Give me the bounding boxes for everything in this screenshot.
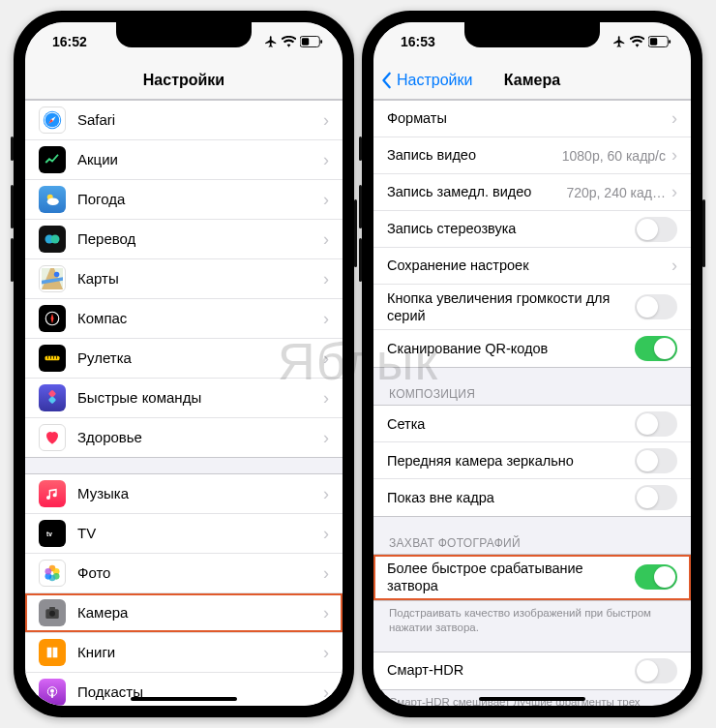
compass-icon xyxy=(39,305,66,332)
camera-row[interactable]: Запись стереозвука xyxy=(373,211,691,248)
row-label: Запись замедл. видео xyxy=(387,183,566,200)
camera-row[interactable]: Форматы› xyxy=(373,101,691,137)
row-label: Быстрые команды xyxy=(77,389,323,408)
page-title: Настройки xyxy=(143,72,224,89)
settings-row-music[interactable]: Музыка› xyxy=(25,474,343,514)
chevron-right-icon: › xyxy=(323,603,329,623)
camera-row[interactable]: Запись замедл. видео720p, 240 кад…› xyxy=(373,174,691,211)
chevron-right-icon: › xyxy=(671,182,677,202)
svg-rect-32 xyxy=(49,607,55,610)
svg-rect-16 xyxy=(45,356,60,361)
row-label: Сканирование QR-кодов xyxy=(387,340,635,357)
chevron-right-icon: › xyxy=(323,309,329,329)
settings-row-books[interactable]: Книги› xyxy=(25,633,343,673)
row-label: Запись видео xyxy=(387,146,562,164)
camera-row[interactable]: Смарт-HDR xyxy=(373,652,691,689)
row-label: Сетка xyxy=(387,415,635,433)
volume-down xyxy=(11,238,14,282)
settings-row-safari[interactable]: Safari› xyxy=(25,101,343,140)
chevron-right-icon: › xyxy=(323,484,329,504)
row-label: Карты xyxy=(77,270,323,288)
row-label: Форматы xyxy=(387,109,671,127)
camera-settings-list[interactable]: Форматы›Запись видео1080p, 60 кадр/с›Зап… xyxy=(373,100,691,706)
chevron-right-icon: › xyxy=(323,388,329,409)
toggle-switch[interactable] xyxy=(635,294,677,319)
row-label: Передняя камера зеркально xyxy=(387,452,635,470)
camera-row[interactable]: Более быстрое срабатывание затвора xyxy=(373,555,691,599)
settings-row-compass[interactable]: Компас› xyxy=(25,299,343,339)
settings-row-photos[interactable]: Фото› xyxy=(25,554,343,593)
airplane-icon xyxy=(612,35,626,48)
podcasts-icon xyxy=(39,679,66,706)
settings-list[interactable]: Safari›Акции›Погода›Перевод›Карты›Компас… xyxy=(25,100,343,706)
row-label: Рулетка xyxy=(77,349,323,368)
row-label: Запись стереозвука xyxy=(387,220,635,237)
toggle-switch[interactable] xyxy=(635,217,677,242)
camera-row[interactable]: Сканирование QR-кодов xyxy=(373,330,691,367)
volume-up xyxy=(11,185,14,228)
page-title: Камера xyxy=(504,72,560,89)
row-label: Сохранение настроек xyxy=(387,257,671,274)
maps-icon xyxy=(39,265,66,292)
settings-row-camera[interactable]: Камера› xyxy=(25,593,343,633)
row-label: Музыка xyxy=(77,485,323,503)
svg-point-31 xyxy=(49,611,55,617)
settings-row-tv[interactable]: tvTV› xyxy=(25,514,343,554)
row-label: Перевод xyxy=(77,230,323,249)
settings-row-measure[interactable]: Рулетка› xyxy=(25,339,343,379)
safari-icon xyxy=(39,106,66,134)
chevron-right-icon: › xyxy=(323,110,329,131)
chevron-right-icon: › xyxy=(323,682,329,703)
volume-up xyxy=(359,185,362,228)
row-label: TV xyxy=(77,525,323,543)
settings-row-health[interactable]: Здоровье› xyxy=(25,418,343,457)
chevron-right-icon: › xyxy=(323,190,329,210)
photos-icon xyxy=(39,560,66,587)
row-label: Погода xyxy=(77,191,323,209)
toggle-switch[interactable] xyxy=(635,658,677,683)
settings-row-weather[interactable]: Погода› xyxy=(25,180,343,220)
chevron-right-icon: › xyxy=(323,269,329,289)
toggle-switch[interactable] xyxy=(635,564,677,590)
wifi-icon xyxy=(282,36,296,47)
back-label: Настройки xyxy=(397,72,472,89)
row-label: Safari xyxy=(77,111,323,130)
nav-bar: Настройки xyxy=(25,61,343,100)
camera-row[interactable]: Показ вне кадра xyxy=(373,479,691,516)
section-header: ЗАХВАТ ФОТОГРАФИЙ xyxy=(373,532,691,554)
camera-row[interactable]: Передняя камера зеркально xyxy=(373,442,691,479)
settings-row-shortcuts[interactable]: Быстрые команды› xyxy=(25,379,343,418)
chevron-right-icon: › xyxy=(323,349,329,369)
camera-row[interactable]: Кнопка увеличения громкости для серий xyxy=(373,285,691,330)
svg-marker-15 xyxy=(51,314,54,324)
home-indicator[interactable] xyxy=(131,697,237,701)
mute-switch xyxy=(359,136,362,161)
home-indicator[interactable] xyxy=(479,697,585,701)
settings-row-maps[interactable]: Карты› xyxy=(25,259,343,299)
translate-icon xyxy=(39,226,66,253)
back-button[interactable]: Настройки xyxy=(381,72,472,89)
measure-icon xyxy=(39,345,66,372)
row-label: Компас xyxy=(77,310,323,328)
settings-row-translate[interactable]: Перевод› xyxy=(25,220,343,259)
svg-point-11 xyxy=(51,235,60,244)
camera-row[interactable]: Запись видео1080p, 60 кадр/с› xyxy=(373,137,691,174)
row-label: Здоровье xyxy=(77,429,323,447)
toggle-switch[interactable] xyxy=(635,448,677,473)
tv-icon: tv xyxy=(39,520,66,547)
camera-row[interactable]: Сохранение настроек› xyxy=(373,248,691,285)
chevron-right-icon: › xyxy=(671,145,677,166)
svg-point-13 xyxy=(54,272,60,278)
section-header: КОМПОЗИЦИЯ xyxy=(373,383,691,405)
mute-switch xyxy=(11,136,14,161)
toggle-switch[interactable] xyxy=(635,485,677,510)
row-value: 720p, 240 кад… xyxy=(566,185,666,200)
chevron-right-icon: › xyxy=(323,150,329,170)
row-label: Смарт-HDR xyxy=(387,661,635,679)
toggle-switch[interactable] xyxy=(635,411,677,437)
settings-row-stocks[interactable]: Акции› xyxy=(25,140,343,180)
toggle-switch[interactable] xyxy=(635,336,677,361)
camera-row[interactable]: Сетка xyxy=(373,406,691,442)
row-label: Более быстрое срабатывание затвора xyxy=(387,560,635,594)
wifi-icon xyxy=(630,36,644,47)
